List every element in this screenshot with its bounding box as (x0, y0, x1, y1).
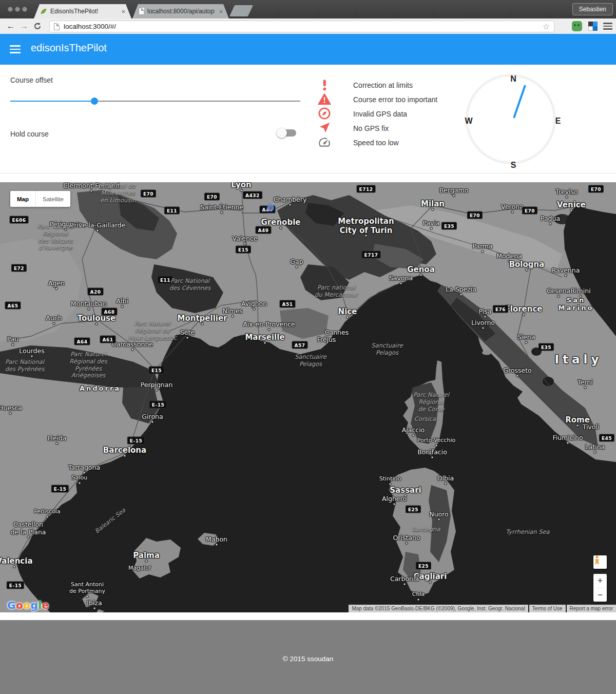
map-city-label: Huesca (0, 404, 22, 412)
url-bar[interactable]: localhost:3000/#/ ☆ (49, 21, 554, 32)
hold-course-toggle[interactable] (278, 129, 296, 137)
window-close-button[interactable] (8, 7, 13, 12)
road-shield: E70 (141, 190, 156, 198)
map-city-dot (365, 235, 368, 237)
map-city-label: Terni (578, 379, 593, 387)
road-shield: E70 (588, 185, 604, 193)
map-city-label: Porto-Vecchio (417, 437, 455, 444)
map-city-dot (13, 566, 16, 568)
map-city-dot (88, 308, 90, 311)
map-city-label: Tarragona (68, 464, 100, 472)
bookmark-star-icon[interactable]: ☆ (543, 22, 550, 31)
map-button[interactable]: Map (10, 191, 35, 207)
map-labels: Clermont-FerrandLyonSaint-ÉtienneChambér… (0, 182, 616, 612)
map-city-label: Andorra (80, 384, 121, 392)
map-city-label: Barcelona (103, 446, 146, 455)
pegman-button[interactable] (593, 555, 607, 569)
window-zoom-button[interactable] (22, 7, 27, 12)
course-offset-fill (10, 101, 94, 102)
position-marker (267, 204, 274, 211)
forward-icon[interactable]: → (17, 18, 31, 34)
map-city-dot (549, 223, 552, 225)
toggle-thumb[interactable] (277, 128, 287, 138)
road-shield: E-15 (7, 582, 24, 589)
map-city-label: Girona (142, 413, 163, 421)
map-city-label: Fiumicino (552, 434, 583, 442)
map-city-label: Valence (233, 235, 258, 243)
page-favicon-icon (139, 8, 144, 15)
map-city-dot (565, 275, 567, 277)
google-logo[interactable]: Google (7, 599, 49, 611)
map-city-dot (566, 196, 568, 199)
map-city-dot (97, 229, 99, 232)
map-area-label: Régional de Millevaches en Limousin (100, 183, 136, 204)
browser-tab-inactive[interactable]: localhost:8000/api/autopil × (132, 4, 229, 18)
road-shield: E15 (149, 367, 164, 374)
map-canvas[interactable]: Clermont-FerrandLyonSaint-ÉtienneChambér… (0, 182, 616, 612)
map-city-dot (27, 536, 30, 538)
road-shield: E76 (493, 305, 508, 313)
reload-icon[interactable] (31, 18, 44, 34)
map-city-dot (253, 308, 256, 311)
map-city-dot (511, 211, 514, 214)
road-shield: E712 (357, 185, 376, 193)
window-minimize-button[interactable] (15, 7, 20, 12)
map-city-dot (53, 322, 55, 325)
map-city-label: Sassari (390, 486, 421, 495)
map-city-label: Verona (501, 203, 523, 211)
browser-tab-active[interactable]: EdisonIsThePilot! × (34, 4, 131, 18)
map-city-label: Italy (555, 353, 603, 367)
map-city-label: Valencia (0, 557, 33, 566)
no-gps-fix-icon (318, 121, 331, 134)
hold-course-label: Hold course (10, 130, 49, 138)
map-area-label: Balearic Sea (94, 507, 127, 535)
map-city-label: Carbonia (390, 575, 419, 583)
map-city-label: Chia (412, 591, 425, 598)
map-city-label: Salou (72, 475, 87, 481)
map-city-dot (526, 269, 528, 272)
map-area-label: Parc Naturel Régional de Corse (413, 392, 449, 413)
course-offset-slider[interactable] (10, 98, 300, 105)
road-shield: A49 (256, 226, 272, 234)
map-city-dot (393, 503, 396, 506)
app-menu-icon[interactable] (10, 45, 21, 55)
road-shield: A51 (280, 300, 296, 308)
map-city-dot (403, 583, 406, 586)
map-city-dot (570, 209, 573, 212)
road-shield: A57 (292, 341, 308, 349)
url-text: localhost:3000/#/ (64, 23, 116, 30)
map-city-label: Brive-la-Gaillarde (70, 222, 126, 229)
map-city-label: Nuoro (429, 511, 448, 518)
map-area-label: Parc National des Pyrénées (5, 359, 45, 373)
zoom-in-button[interactable]: + (593, 574, 607, 588)
tab-close-icon[interactable]: × (218, 8, 224, 15)
map-area-label: Parc Naturel Régional des Volcans d'Auve… (37, 223, 73, 252)
map-city-label: Tivoli (583, 423, 600, 431)
satellite-button[interactable]: Satellite (35, 191, 70, 207)
map-city-dot (296, 266, 298, 268)
road-shield: E15 (236, 246, 251, 254)
new-tab-button[interactable] (229, 5, 253, 16)
road-shield: A65 (5, 302, 21, 310)
tab-close-icon[interactable]: × (120, 8, 126, 15)
map-city-dot (244, 243, 246, 245)
map-city-dot (56, 442, 59, 445)
compass-south-label: S (511, 161, 516, 170)
back-icon[interactable]: ← (4, 18, 17, 34)
map-city-dot (516, 375, 519, 377)
browser-menu-icon[interactable] (603, 23, 612, 31)
zoom-out-button[interactable]: − (593, 588, 607, 602)
terms-of-use-link[interactable]: Terms of Use (529, 605, 566, 612)
browser-profile-button[interactable]: Sebastien (572, 3, 613, 15)
tab-title: EdisonIsThePilot! (50, 8, 117, 15)
report-map-error-link[interactable]: Report a map error (567, 605, 616, 612)
map-city-dot (400, 282, 402, 285)
map-city-label: Grosseto (503, 367, 531, 375)
course-offset-thumb[interactable] (91, 98, 98, 105)
map-city-label: Lleida (47, 435, 66, 442)
extension-icon-checker[interactable] (588, 22, 598, 31)
map-city-dot (346, 316, 349, 319)
extension-icon-green[interactable] (572, 21, 582, 31)
map-city-label: Bergamo (439, 187, 469, 195)
map-city-dot (186, 337, 189, 339)
